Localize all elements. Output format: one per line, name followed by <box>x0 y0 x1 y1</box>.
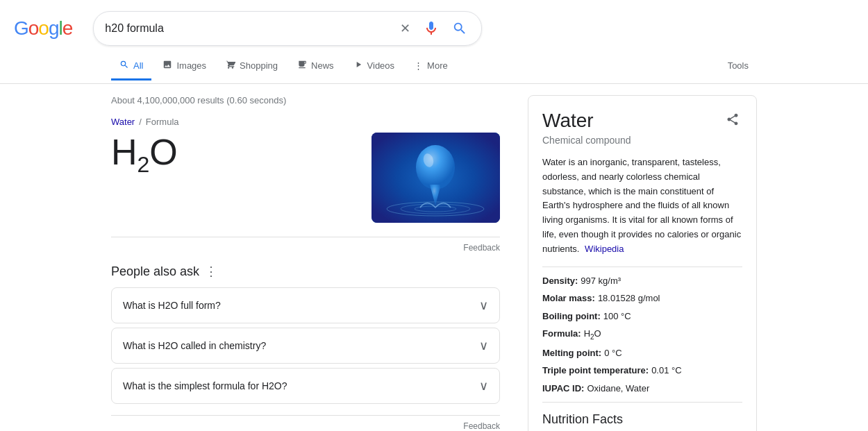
results-count: About 4,100,000,000 results (0.60 second… <box>111 95 500 105</box>
kp-boiling-label: Boiling point: <box>542 310 601 323</box>
water-image <box>372 133 500 223</box>
nav-tabs: All Images Shopping News Videos ⋮ More T… <box>0 50 868 84</box>
logo-g: G <box>14 17 28 40</box>
mic-button[interactable] <box>420 17 442 40</box>
feedback-link[interactable]: Feedback <box>463 243 500 253</box>
paa-options-icon[interactable]: ⋮ <box>205 264 217 279</box>
videos-icon <box>353 60 363 71</box>
kp-density-row: Density: 997 kg/m³ <box>542 274 742 288</box>
shopping-icon <box>226 60 235 71</box>
search-button[interactable] <box>449 18 470 39</box>
share-icon <box>726 112 740 126</box>
breadcrumb-parent[interactable]: Water <box>111 117 135 127</box>
kp-triple-value: 0.01 °C <box>651 364 682 378</box>
tab-tools-label: Tools <box>728 60 749 71</box>
formula-text: H2O <box>111 133 358 178</box>
kp-description-text: Water is an inorganic, transparent, tast… <box>542 157 741 254</box>
left-column: About 4,100,000,000 results (0.60 second… <box>111 95 500 431</box>
kp-iupac-label: IUPAC ID: <box>542 382 584 396</box>
kp-formula-value: H2O <box>584 327 601 342</box>
kp-melting-value: 0 °C <box>604 346 621 360</box>
logo-g2: g <box>49 17 59 40</box>
kp-molar-label: Molar mass: <box>542 291 595 305</box>
search-icon <box>452 21 467 36</box>
feedback-section-2: Feedback <box>111 415 500 431</box>
kp-triple-row: Triple point temperature: 0.01 °C <box>542 364 742 378</box>
kp-header: Water <box>542 110 742 132</box>
tab-all-label: All <box>133 60 143 71</box>
kp-title: Water <box>542 110 594 132</box>
paa-question-1: What is H2O full form? <box>123 300 221 311</box>
tab-more-label: More <box>427 60 448 71</box>
kp-description: Water is an inorganic, transparent, tast… <box>542 155 742 257</box>
svg-point-4 <box>416 145 455 189</box>
kp-molar-row: Molar mass: 18.01528 g/mol <box>542 291 742 305</box>
kp-boiling-value: 100 °C <box>603 310 631 323</box>
paa-question-2: What is H2O called in chemistry? <box>123 340 266 351</box>
paa-header: People also ask ⋮ <box>111 264 500 279</box>
mic-icon <box>423 20 440 37</box>
all-icon <box>119 60 129 71</box>
google-logo: Google <box>14 17 72 40</box>
kp-density-value: 997 kg/m³ <box>581 274 621 288</box>
tab-tools[interactable]: Tools <box>719 53 757 80</box>
paa-item-1[interactable]: What is H2O full form? ∨ <box>111 287 500 323</box>
news-icon <box>297 60 307 71</box>
search-icons: ✕ <box>397 17 470 40</box>
tab-news-label: News <box>311 60 334 71</box>
tab-news[interactable]: News <box>289 53 342 81</box>
search-input[interactable] <box>105 22 397 35</box>
kp-iupac-row: IUPAC ID: Oxidane, Water <box>542 382 742 396</box>
logo-e: e <box>62 17 73 40</box>
tab-images-label: Images <box>176 60 206 71</box>
kp-melting-row: Melting point: 0 °C <box>542 346 742 360</box>
kp-density-label: Density: <box>542 274 578 288</box>
more-dots-icon: ⋮ <box>414 60 423 71</box>
right-column: Water Chemical compound Water is an inor… <box>528 95 757 431</box>
paa-title: People also ask <box>111 264 199 279</box>
paa-item-3[interactable]: What is the simplest formula for H2O? ∨ <box>111 368 500 404</box>
images-icon <box>162 60 172 71</box>
paa-question-3: What is the simplest formula for H2O? <box>123 380 287 391</box>
kp-wikipedia-link[interactable]: Wikipedia <box>585 244 624 254</box>
kp-triple-label: Triple point temperature: <box>542 364 649 378</box>
paa-item-2[interactable]: What is H2O called in chemistry? ∨ <box>111 328 500 364</box>
formula-section: H2O <box>111 133 500 223</box>
breadcrumb: Water / Formula <box>111 117 500 127</box>
tab-all[interactable]: All <box>111 53 151 81</box>
tab-videos[interactable]: Videos <box>345 53 403 81</box>
tab-more[interactable]: ⋮ More <box>406 53 456 80</box>
kp-formula-row: Formula: H2O <box>542 327 742 342</box>
clear-button[interactable]: ✕ <box>397 18 413 39</box>
water-drop-svg <box>372 133 500 223</box>
paa-chevron-3: ∨ <box>479 378 488 394</box>
tab-images[interactable]: Images <box>154 53 215 81</box>
clear-icon: ✕ <box>400 21 410 36</box>
kp-molar-value: 18.01528 g/mol <box>598 291 660 305</box>
kp-divider-2 <box>542 402 742 403</box>
logo-o2: o <box>38 17 49 40</box>
breadcrumb-current: Formula <box>146 117 179 127</box>
kp-share-button[interactable] <box>723 110 742 129</box>
tab-shopping[interactable]: Shopping <box>217 53 286 81</box>
kp-formula-label: Formula: <box>542 327 581 342</box>
paa-chevron-1: ∨ <box>479 298 488 313</box>
kp-subtitle: Chemical compound <box>542 135 742 146</box>
knowledge-panel: Water Chemical compound Water is an inor… <box>528 95 757 431</box>
paa-chevron-2: ∨ <box>479 338 488 353</box>
breadcrumb-separator: / <box>139 117 142 127</box>
tab-shopping-label: Shopping <box>240 60 278 71</box>
kp-nutrition-title: Nutrition Facts <box>542 412 742 427</box>
tab-videos-label: Videos <box>367 60 395 71</box>
kp-iupac-value: Oxidane, Water <box>587 382 649 396</box>
feedback-section: Feedback <box>111 237 500 253</box>
kp-divider <box>542 267 742 267</box>
kp-boiling-row: Boiling point: 100 °C <box>542 310 742 323</box>
main-content: About 4,100,000,000 results (0.60 second… <box>0 84 868 431</box>
kp-melting-label: Melting point: <box>542 346 601 360</box>
feedback-link-2[interactable]: Feedback <box>463 421 500 431</box>
search-bar: ✕ <box>93 11 482 46</box>
people-also-ask: People also ask ⋮ What is H2O full form?… <box>111 264 500 404</box>
logo-o1: o <box>28 17 39 40</box>
header: Google ✕ <box>0 0 868 46</box>
